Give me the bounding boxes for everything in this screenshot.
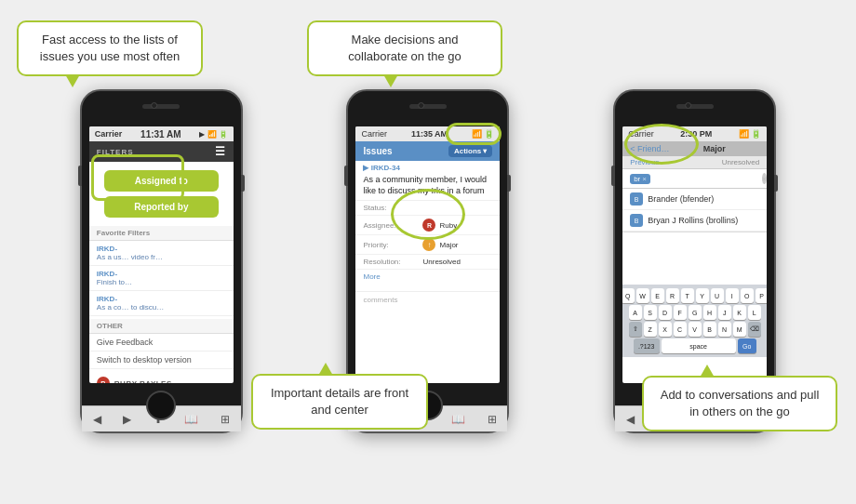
kb-g[interactable]: G <box>689 305 702 320</box>
kb-space[interactable]: space <box>662 338 736 353</box>
callout-4-text: Add to conversations and pull in others … <box>661 388 820 418</box>
phone-2-assignee-label: Assignee: <box>363 221 419 230</box>
phone-3-prev[interactable]: Previous <box>630 158 659 166</box>
phone-3-status-icons: 📶 🔋 <box>739 129 762 139</box>
kb-q[interactable]: Q <box>622 288 635 303</box>
dropdown-item-2[interactable]: B Bryan J Rollins (brollins) <box>622 210 767 232</box>
phone-3-back-link[interactable]: < Friend… <box>630 144 669 153</box>
kb-x[interactable]: X <box>659 322 672 337</box>
callout-3-text: Important details are front and center <box>271 386 408 417</box>
kb-backspace[interactable]: ⌫ <box>748 322 761 337</box>
toolbar-book[interactable]: 📖 <box>184 413 198 426</box>
phone-2-carrier: Carrier <box>361 129 387 139</box>
phone-3-clear-icon[interactable]: × <box>762 173 767 184</box>
kb-f[interactable]: F <box>674 305 687 320</box>
callout-1: Fast access to the lists of issues you u… <box>17 20 203 76</box>
kb-num[interactable]: .?123 <box>634 338 660 353</box>
phone-3-tag-close[interactable]: × <box>642 175 647 183</box>
phone-2-status-icons: 📶 🔋 <box>472 129 495 139</box>
phone-1-pwr-btn[interactable] <box>241 175 245 192</box>
kb-row-2: A S D F G H J K L <box>624 305 765 320</box>
kb-u[interactable]: U <box>711 288 724 303</box>
user-icon-1: B <box>630 192 643 206</box>
phone-1-other-label: OTHER <box>89 319 234 334</box>
phone-2-speaker <box>409 104 447 109</box>
kb-v[interactable]: V <box>689 322 702 337</box>
phone-3-tag-text: br <box>634 175 640 183</box>
phone-2-more-link[interactable]: More <box>355 270 500 284</box>
phone-3-vol-btn[interactable] <box>611 166 615 186</box>
phone-1-camera <box>151 102 157 109</box>
user-icon-2: B <box>630 214 643 227</box>
kb-n[interactable]: N <box>718 322 731 337</box>
toolbar-tabs-2[interactable]: ⊞ <box>488 413 497 426</box>
kb-s[interactable]: S <box>644 305 657 320</box>
kb-t[interactable]: T <box>681 288 694 303</box>
kb-row-3: ⇧ Z X C V B N M ⌫ <box>624 322 765 337</box>
phone-1-reported-btn[interactable]: Reported by <box>104 196 219 218</box>
kb-shift[interactable]: ⇧ <box>629 322 642 337</box>
phone-3-status-bar: Carrier 2:30 PM 📶 🔋 <box>622 126 767 141</box>
phone-1-filters-section: Assigned to Reported by <box>89 162 234 226</box>
kb-j[interactable]: J <box>718 305 731 320</box>
dropdown-item-1[interactable]: B Brander (bfender) <box>622 189 767 210</box>
phone-1-switch-desktop[interactable]: Switch to desktop version <box>89 351 234 369</box>
phone-1-give-feedback[interactable]: Give Feedback <box>89 334 234 351</box>
kb-m[interactable]: M <box>733 322 746 337</box>
phone-2-time: 11:35 AM <box>411 129 448 139</box>
phone-1-time: 11:31 AM <box>140 129 181 139</box>
kb-z[interactable]: Z <box>644 322 657 337</box>
phone-3-title: Major <box>703 144 726 153</box>
phone-3-keyboard: Q W E R T Y U I O P A S D F G H <box>622 285 767 357</box>
kb-l[interactable]: L <box>748 305 761 320</box>
phone-1-vol-btn[interactable] <box>78 166 82 186</box>
phone-2-priority-value: Major <box>439 241 458 249</box>
kb-e[interactable]: E <box>651 288 664 303</box>
phone-2-camera <box>418 102 424 109</box>
list-item[interactable]: IRKD- Finish to… <box>89 266 234 291</box>
kb-go[interactable]: Go <box>738 338 756 353</box>
kb-y[interactable]: Y <box>696 288 709 303</box>
kb-a[interactable]: A <box>629 305 642 320</box>
phone-1-menu-icon[interactable]: ☰ <box>215 145 226 158</box>
toolbar-fwd[interactable]: ▶ <box>123 413 131 426</box>
phone-2-screen: Carrier 11:35 AM 📶 🔋 Issues Actions ▾ ▶ … <box>355 126 500 383</box>
phone-3-user-input[interactable] <box>654 174 758 183</box>
phone-3-pwr-btn[interactable] <box>774 175 778 192</box>
kb-c[interactable]: C <box>674 322 687 337</box>
kb-r[interactable]: R <box>666 288 679 303</box>
phone-3-tag[interactable]: br × <box>630 174 650 184</box>
kb-h[interactable]: H <box>703 305 716 320</box>
kb-w[interactable]: W <box>636 288 649 303</box>
phone-2-issue-key: ▶ IRKD-34 <box>355 161 500 173</box>
phone-1-home-btn[interactable] <box>146 391 176 420</box>
phone-2-priority-icon: ↑ <box>422 238 435 251</box>
kb-d[interactable]: D <box>659 305 672 320</box>
kb-row-1: Q W E R T Y U I O P <box>624 288 765 303</box>
toolbar-book-2[interactable]: 📖 <box>451 413 465 426</box>
kb-k[interactable]: K <box>733 305 746 320</box>
phone-2-resolution-field: Resolution: Unresolved <box>355 255 500 270</box>
phone-1-assigned-btn[interactable]: Assigned to <box>104 170 219 192</box>
toolbar-tabs[interactable]: ⊞ <box>221 413 230 426</box>
phone-2-pwr-btn[interactable] <box>507 175 511 192</box>
phone-1-screen: Carrier 11:31 AM ▶ 📶 🔋 FILTERS ☰ Assigne… <box>89 126 234 383</box>
callout-2-text: Make decisions and collaborate on the go <box>348 33 461 63</box>
kb-b[interactable]: B <box>703 322 716 337</box>
callout-3: Important details are front and center <box>251 374 428 430</box>
kb-o[interactable]: O <box>741 288 754 303</box>
list-item[interactable]: IRKD- As a us… video fr… <box>89 241 234 266</box>
phone-2-status-bar: Carrier 11:35 AM 📶 🔋 <box>355 126 500 141</box>
phone-2-actions-btn[interactable]: Actions ▾ <box>448 145 493 157</box>
phone-2-priority-label: Priority: <box>363 241 419 249</box>
phone-2-vol-btn[interactable] <box>344 166 348 186</box>
phone-2-assignee-avatar: R <box>422 219 435 232</box>
phone-2-status-label: Status: <box>363 204 419 212</box>
toolbar-back[interactable]: ◀ <box>93 413 101 426</box>
phone-1-header: FILTERS ☰ <box>89 141 234 162</box>
kb-p[interactable]: P <box>756 288 768 303</box>
kb-i[interactable]: I <box>726 288 739 303</box>
phone-3-screen: Carrier 2:30 PM 📶 🔋 < Friend… Major Prev… <box>622 126 767 383</box>
toolbar-back-3[interactable]: ◀ <box>626 413 635 426</box>
list-item[interactable]: IRKD- As a co… to discu… <box>89 291 234 316</box>
